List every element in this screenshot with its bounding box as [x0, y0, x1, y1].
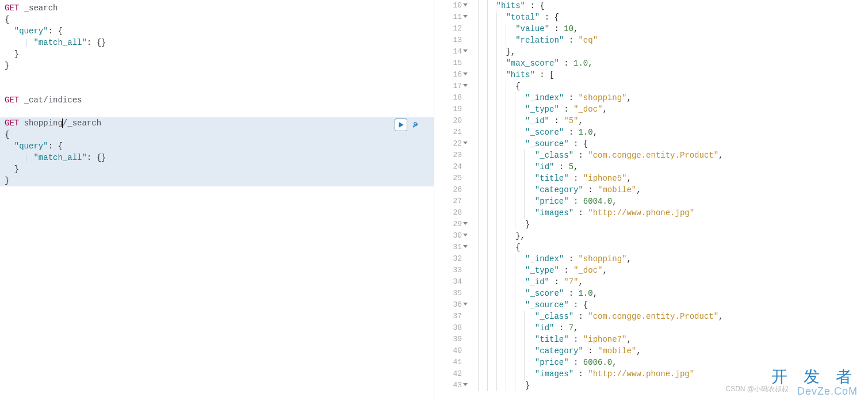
- response-line[interactable]: }: [469, 219, 868, 230]
- code-line[interactable]: }: [0, 163, 434, 175]
- line-number: 42: [434, 368, 462, 380]
- line-number: 43: [434, 380, 462, 391]
- line-number: 14: [434, 46, 462, 58]
- response-viewer-pane: 1011121314151617181920212223242526272829…: [434, 0, 868, 401]
- response-line[interactable]: "id" : 7,: [469, 322, 868, 334]
- response-line[interactable]: "images" : "http://www.phone.jpg": [469, 368, 868, 380]
- line-number: 28: [434, 207, 462, 219]
- line-number: 25: [434, 173, 462, 184]
- request-block[interactable]: GET shopping/_search{ "query": { | "matc…: [0, 117, 434, 186]
- request-options-button[interactable]: [410, 119, 422, 131]
- response-line[interactable]: "relation" : "eq": [469, 35, 868, 46]
- response-line[interactable]: },: [469, 230, 868, 242]
- response-line[interactable]: "price" : 6006.0,: [469, 357, 868, 368]
- response-line[interactable]: "category" : "mobile",: [469, 345, 868, 357]
- code-line[interactable]: "query": {: [0, 25, 434, 37]
- line-number: 16: [434, 69, 462, 81]
- response-line[interactable]: "total" : {: [469, 12, 868, 23]
- response-line[interactable]: },: [469, 46, 868, 58]
- line-number: 18: [434, 92, 462, 104]
- code-line[interactable]: GET shopping/_search: [0, 117, 434, 129]
- line-number: 19: [434, 104, 462, 115]
- code-line[interactable]: | "match_all": {}: [0, 37, 434, 48]
- code-line[interactable]: {: [0, 129, 434, 140]
- code-line[interactable]: GET _cat/indices: [0, 94, 434, 106]
- line-number: 40: [434, 345, 462, 357]
- response-line[interactable]: "images" : "http://www.phone.jpg": [469, 207, 868, 219]
- line-number: 26: [434, 184, 462, 196]
- line-number: 17: [434, 81, 462, 92]
- code-line[interactable]: {: [0, 14, 434, 25]
- response-line[interactable]: "_type" : "_doc",: [469, 265, 868, 276]
- play-icon: [397, 121, 405, 129]
- response-line[interactable]: "_index" : "shopping",: [469, 253, 868, 265]
- response-line[interactable]: "_class" : "com.congge.entity.Product",: [469, 150, 868, 161]
- line-number: 41: [434, 357, 462, 368]
- line-number: 39: [434, 334, 462, 345]
- request-block[interactable]: GET _search{ "query": { | "match_all": {…: [0, 2, 434, 71]
- response-line[interactable]: "max_score" : 1.0,: [469, 58, 868, 69]
- code-line[interactable]: }: [0, 175, 434, 186]
- line-number: 36: [434, 299, 462, 311]
- response-line[interactable]: "_id" : "5",: [469, 115, 868, 127]
- response-line[interactable]: "_source" : {: [469, 299, 868, 311]
- response-line-gutter: 1011121314151617181920212223242526272829…: [434, 0, 469, 401]
- line-number: 35: [434, 288, 462, 299]
- code-line[interactable]: "query": {: [0, 140, 434, 152]
- line-number: 33: [434, 265, 462, 276]
- line-number: 27: [434, 196, 462, 207]
- line-number: 20: [434, 115, 462, 127]
- line-number: 23: [434, 150, 462, 161]
- response-line[interactable]: "title" : "iphone7",: [469, 334, 868, 345]
- code-line[interactable]: GET _search: [0, 2, 434, 14]
- request-block[interactable]: GET _cat/indices: [0, 94, 434, 106]
- request-editor[interactable]: GET _search{ "query": { | "match_all": {…: [0, 0, 434, 189]
- line-number: 12: [434, 23, 462, 35]
- line-number: 11: [434, 12, 462, 23]
- line-number: 32: [434, 253, 462, 265]
- dev-tools-console: GET _search{ "query": { | "match_all": {…: [0, 0, 868, 401]
- response-line[interactable]: "title" : "iphone5",: [469, 173, 868, 184]
- response-line[interactable]: "price" : 6004.0,: [469, 196, 868, 207]
- line-number: 15: [434, 58, 462, 69]
- line-number: 37: [434, 311, 462, 322]
- line-number: 24: [434, 161, 462, 173]
- response-line[interactable]: "_source" : {: [469, 138, 868, 150]
- line-number: 38: [434, 322, 462, 334]
- response-line[interactable]: {: [469, 81, 868, 92]
- response-line[interactable]: "value" : 10,: [469, 23, 868, 35]
- line-number: 30: [434, 230, 462, 242]
- response-line[interactable]: "_index" : "shopping",: [469, 92, 868, 104]
- response-line[interactable]: "_class" : "com.congge.entity.Product",: [469, 311, 868, 322]
- response-line[interactable]: "_score" : 1.0,: [469, 288, 868, 299]
- code-line[interactable]: }: [0, 60, 434, 71]
- run-request-button[interactable]: [395, 119, 407, 131]
- line-number: 29: [434, 219, 462, 230]
- response-line[interactable]: }: [469, 380, 868, 391]
- response-line[interactable]: "hits" : {: [469, 0, 868, 12]
- wrench-icon: [412, 121, 420, 129]
- code-line[interactable]: }: [0, 48, 434, 60]
- line-number: 22: [434, 138, 462, 150]
- line-number: 34: [434, 276, 462, 288]
- line-number: 21: [434, 127, 462, 138]
- line-number: 10: [434, 0, 462, 12]
- response-line[interactable]: "id" : 5,: [469, 161, 868, 173]
- response-line[interactable]: "hits" : [: [469, 69, 868, 81]
- request-editor-pane[interactable]: GET _search{ "query": { | "match_all": {…: [0, 0, 434, 401]
- response-editor[interactable]: "hits" : { "total" : { "value" : 10, "re…: [469, 0, 868, 401]
- response-line[interactable]: "_type" : "_doc",: [469, 104, 868, 115]
- line-number: 13: [434, 35, 462, 46]
- response-line[interactable]: "_score" : 1.0,: [469, 127, 868, 138]
- response-line[interactable]: "_id" : "7",: [469, 276, 868, 288]
- line-number: 31: [434, 242, 462, 253]
- response-line[interactable]: {: [469, 242, 868, 253]
- response-line[interactable]: "category" : "mobile",: [469, 184, 868, 196]
- code-line[interactable]: | "match_all": {}: [0, 152, 434, 163]
